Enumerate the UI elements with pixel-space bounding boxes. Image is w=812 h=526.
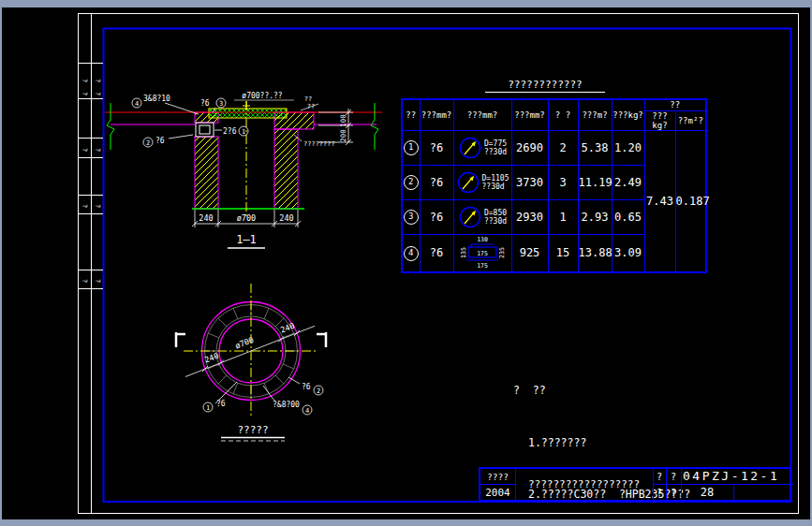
col-subheader-m2: ??m²? xyxy=(675,110,706,130)
shape-dim2: ??30d xyxy=(482,183,509,191)
corner-callout: ?? ?? xyxy=(301,95,318,110)
dim-240-right: 240 xyxy=(279,213,293,223)
stirrup-dim-right: 235 xyxy=(498,247,506,258)
vdim-200: 200 xyxy=(339,129,347,142)
table-title: ???????????? xyxy=(485,79,605,93)
bar-length: 925 xyxy=(511,234,548,272)
bar-total-len: 11.19 xyxy=(578,165,612,199)
bar-length: 2930 xyxy=(511,199,548,234)
plan-title: ????? xyxy=(237,424,268,436)
title-block-r1c2: ? xyxy=(666,469,681,484)
rebar-schedule-table: ?? ???mm? ???mm? ???mm? ? ? ???m? ???kg?… xyxy=(401,98,707,273)
corner-top: ?? xyxy=(304,95,312,103)
title-block-r1c1: ? xyxy=(653,469,666,484)
stirrup-dim-mid: 175 xyxy=(477,250,488,257)
col-header-no: ?? xyxy=(402,99,420,130)
plan-callout-2-no: 2 xyxy=(317,387,320,395)
rebar-arc-icon xyxy=(458,136,482,160)
plan-callout-2-text: ?6 xyxy=(302,383,311,391)
callout-3-no: 3 xyxy=(219,100,223,108)
zone-mark: ? xyxy=(81,92,88,95)
col-header-length: ???mm? xyxy=(511,99,548,130)
bar-shape-arc: D=1105 ??30d xyxy=(454,170,511,195)
plan-callout-4-no: 4 xyxy=(305,407,309,415)
plan-callout-4-text: ?&8?00 xyxy=(273,401,300,409)
bar-weight: 1.20 xyxy=(612,130,644,165)
bar-no-badge: 3 xyxy=(404,210,419,225)
bar-shape-arc: D=775 ??30d xyxy=(454,136,511,160)
cover-slab xyxy=(209,109,287,118)
callout-1-no: 1 xyxy=(242,128,245,136)
col-subheader-kg: ???kg? xyxy=(644,110,675,130)
bar-weight: 3.09 xyxy=(612,234,644,272)
bar-total-len: 13.88 xyxy=(578,234,612,272)
note-line: 1.??????? xyxy=(528,434,690,452)
bar-no-badge: 1 xyxy=(404,140,419,155)
shape-dim1: D=775 xyxy=(484,139,507,148)
section-view: 240 ø700 240 100 200 4 3&8?10 ?6 3 ø700?… xyxy=(103,82,393,256)
callout-2-text: ?6 xyxy=(155,137,165,145)
callout-4: 4 3&8?10 xyxy=(132,95,199,114)
col-header-weight: ???kg? xyxy=(612,99,644,130)
rebar-arc-icon xyxy=(456,170,480,195)
shape-dim1: D=850 xyxy=(484,209,507,217)
plan-callout-1-text: ?6 xyxy=(216,400,226,408)
shape-dim2: ??30d xyxy=(484,217,507,226)
col-header-total: ???m? xyxy=(578,99,612,130)
bar-qty: 2 xyxy=(548,130,578,165)
shape-dim2: ??30d xyxy=(484,148,507,156)
sheet-number: 28 xyxy=(681,485,733,500)
notes-heading: ? ?? xyxy=(513,382,690,400)
plan-dim-700: ø700 xyxy=(234,335,256,351)
callout-1-text: 2?6 xyxy=(223,127,237,136)
bar-total-len: 5.38 xyxy=(578,130,612,165)
plan-view: 240 ø700 240 1 ?6 ?6 2 ?&8?00 4 ????? xyxy=(148,274,363,452)
zone-mark: ? xyxy=(94,79,101,82)
bar-length: 2690 xyxy=(511,130,548,165)
col-header-dia: ???mm? xyxy=(420,99,453,130)
zone-mark: ? xyxy=(94,204,101,208)
plan-callout-1-no: 1 xyxy=(206,404,210,412)
cad-canvas: ? ? ? ? ? ? ? ? ? ? xyxy=(0,0,812,526)
callout-4-no: 4 xyxy=(135,100,139,108)
plan-dim-240-ll: 240 xyxy=(203,351,220,365)
rebar-arc-icon xyxy=(458,205,482,229)
title-block-r2c2: ? xyxy=(666,485,681,500)
col-header-merged: ?? xyxy=(644,99,706,110)
bar-qty: 1 xyxy=(548,199,578,234)
rebar-stirrup-icon: 130 175 135 235 175 xyxy=(455,235,509,269)
section-title: 1—1 xyxy=(236,233,257,246)
bar-no-badge: 4 xyxy=(404,246,419,261)
bar-total-len: 2.93 xyxy=(578,199,612,234)
callout-2: 2 ?6 xyxy=(143,135,193,147)
bar-dia: ?6 xyxy=(420,165,453,199)
stirrup-dim-left: 135 xyxy=(460,247,467,258)
stirrup-dim-top: 130 xyxy=(477,236,488,243)
bar-dia: ?6 xyxy=(420,130,453,165)
total-weight: 7.43 xyxy=(644,130,675,272)
title-block-org: ???? xyxy=(480,469,515,484)
callout-3-text: ?6 xyxy=(200,99,210,108)
bar-weight: 2.49 xyxy=(612,165,644,199)
col-header-qty: ? ? xyxy=(548,99,578,130)
callout-2-no: 2 xyxy=(146,139,150,147)
wall-note-text: ???????? xyxy=(303,140,335,148)
shape-dim1: D=1105 xyxy=(482,174,509,183)
wall-note: ???????? xyxy=(294,135,335,148)
bar-qty: 3 xyxy=(548,165,578,199)
bar-dia: ?6 xyxy=(420,234,453,272)
zone-mark: ? xyxy=(81,279,88,283)
drawing-title: ?????????????????? xyxy=(515,469,653,500)
dim-700: ø700 xyxy=(237,213,256,223)
top-dimension-label: ø700??.?? xyxy=(242,92,283,100)
bar-qty: 15 xyxy=(548,234,578,272)
bar-weight: 0.65 xyxy=(612,199,644,234)
vdim-100: 100 xyxy=(339,114,347,127)
zone-mark: ? xyxy=(94,279,101,283)
total-area: 0.187 xyxy=(675,130,706,272)
drawing-number: 04PZJ-12-1 xyxy=(683,468,779,484)
zone-mark: ? xyxy=(94,148,101,152)
title-block-r2c1: ? xyxy=(653,485,666,500)
bar-dia: ?6 xyxy=(420,199,453,234)
col-header-shape: ???mm? xyxy=(453,99,511,130)
